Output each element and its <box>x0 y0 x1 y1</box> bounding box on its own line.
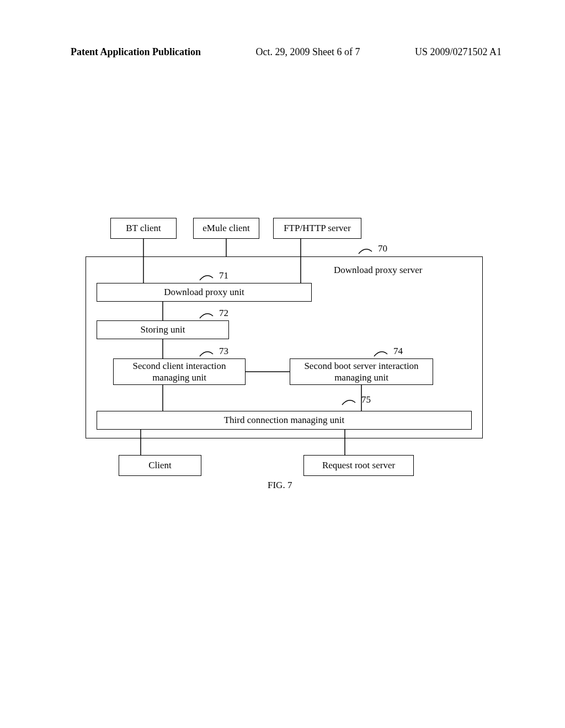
refnum-75: 75 <box>361 394 371 405</box>
box-second-client-interaction: Second client interaction managing unit <box>113 358 246 385</box>
figure-caption: FIG. 7 <box>268 480 292 491</box>
header-right: US 2009/0271502 A1 <box>415 46 502 58</box>
page: Patent Application Publication Oct. 29, … <box>0 0 565 728</box>
box-ftp-http-server: FTP/HTTP server <box>273 218 361 239</box>
figure-7-diagram: BT client eMule client FTP/HTTP server D… <box>86 218 483 494</box>
refnum-72: 72 <box>219 308 228 319</box>
box-third-connection-managing: Third connection managing unit <box>97 411 472 430</box>
refnum-74: 74 <box>393 346 403 357</box>
box-bt-client: BT client <box>110 218 177 239</box>
page-header: Patent Application Publication Oct. 29, … <box>0 46 565 58</box>
header-left: Patent Application Publication <box>71 46 201 58</box>
refnum-70: 70 <box>378 243 387 254</box>
box-second-boot-server-interaction: Second boot server interaction managing … <box>290 358 433 385</box>
box-download-proxy-unit: Download proxy unit <box>97 283 312 302</box>
refnum-73: 73 <box>219 346 228 357</box>
box-client: Client <box>119 455 201 476</box>
box-request-root-server: Request root server <box>303 455 414 476</box>
header-center: Oct. 29, 2009 Sheet 6 of 7 <box>256 46 360 58</box>
label-download-proxy-server: Download proxy server <box>334 265 423 276</box>
box-emule-client: eMule client <box>193 218 259 239</box>
box-storing-unit: Storing unit <box>97 320 229 339</box>
refnum-71: 71 <box>219 270 228 281</box>
